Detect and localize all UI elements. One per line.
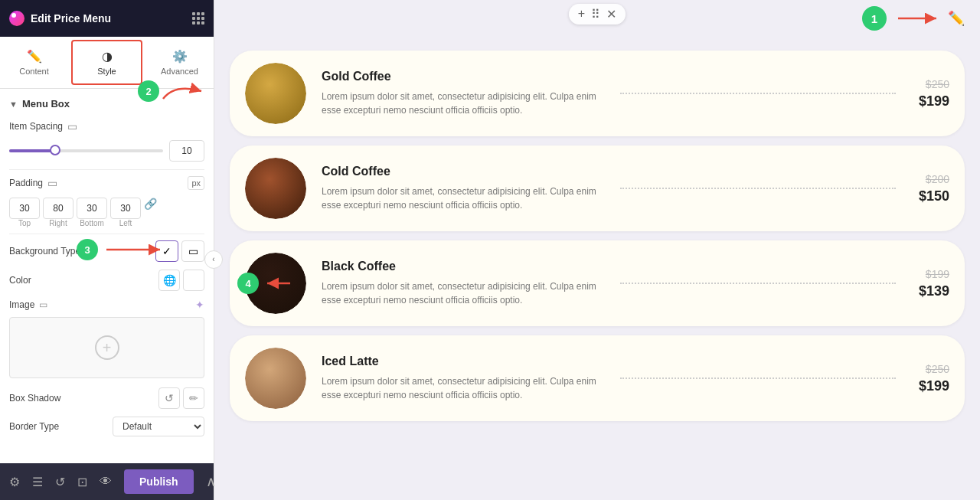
bg-btn-solid[interactable]: ✓ [155, 240, 178, 262]
bg-type-buttons: ✓ ▭ [155, 240, 204, 262]
menu-box-section-header: ▼ Menu Box [9, 98, 204, 109]
background-type-label: Background Type [9, 246, 80, 257]
slider-fill [9, 149, 55, 152]
image-magic-icon[interactable]: ✦ [195, 299, 204, 311]
iced-latte-desc: Lorem ipsum dolor sit amet, consectetur … [322, 374, 597, 402]
link-icon[interactable]: 🔗 [144, 198, 157, 219]
panel-header: Edit Price Menu [0, 0, 214, 37]
padding-labels: Top Right Bottom Left [9, 219, 204, 227]
black-coffee-name: Black Coffee [322, 260, 597, 273]
padding-left-input[interactable]: 30 [110, 198, 141, 219]
left-panel: Edit Price Menu ✏️ Content ◑ Style ⚙️ Ad… [0, 0, 214, 500]
cold-coffee-desc: Lorem ipsum dolor sit amet, consectetur … [322, 185, 597, 212]
border-type-label: Border Type [9, 421, 59, 432]
item-spacing-value[interactable]: 10 [169, 140, 204, 162]
tab-advanced[interactable]: ⚙️ Advanced [145, 37, 214, 88]
iced-latte-prices: $250 $199 [919, 363, 949, 394]
advanced-icon: ⚙️ [172, 49, 188, 64]
border-type-row: Border Type Default Solid Dashed Dotted … [9, 417, 204, 436]
item-spacing-slider-container: 10 [9, 140, 204, 162]
color-swatch[interactable] [183, 270, 204, 291]
item-spacing-row: Item Spacing ▭ [9, 120, 204, 132]
divider-1 [9, 169, 204, 170]
tab-style-label: Style [97, 67, 116, 76]
black-coffee-image [245, 253, 306, 314]
image-label-row: Image ▭ [9, 299, 47, 310]
grid-menu-icon[interactable] [192, 12, 204, 25]
box-shadow-row: Box Shadow ↺ ✏ [9, 387, 204, 409]
cold-coffee-img-placeholder [245, 158, 306, 219]
collapse-panel-btn[interactable]: ‹ [204, 250, 223, 269]
padding-inputs: 30 80 30 30 🔗 [9, 198, 204, 219]
tab-content-label: Content [19, 67, 49, 76]
gold-coffee-desc: Lorem ipsum dolor sit amet, consectetur … [322, 90, 597, 117]
history-icon[interactable]: ↺ [55, 475, 65, 489]
color-global-btn[interactable]: 🌐 [158, 270, 180, 291]
right-content: + ⠿ ✕ 1 ✏️ Gold Coffee Lorem ipsu [214, 0, 980, 500]
layers-icon[interactable]: ☰ [32, 475, 43, 489]
upload-plus-icon: + [95, 335, 119, 360]
divider-2 [9, 234, 204, 234]
padding-label-right: Right [43, 219, 74, 227]
section-toggle[interactable]: ▼ [9, 100, 18, 109]
add-btn[interactable]: + [578, 7, 585, 21]
padding-label-top: Top [9, 219, 40, 227]
gold-coffee-prices: $250 $199 [919, 78, 949, 109]
image-responsive-icon: ▭ [39, 299, 47, 310]
gold-coffee-price-new: $199 [919, 93, 949, 109]
padding-icon: ▭ [47, 177, 57, 189]
dotted-line-2 [620, 188, 896, 189]
padding-row-label: Padding ▭ px [9, 176, 204, 190]
black-coffee-text: Black Coffee Lorem ipsum dolor sit amet,… [322, 260, 597, 307]
item-spacing-icon: ▭ [67, 120, 77, 132]
box-shadow-label: Box Shadow [9, 393, 60, 404]
padding-right-input[interactable]: 80 [43, 198, 74, 219]
top-bar-center: + ⠿ ✕ [569, 4, 626, 25]
padding-label-bottom: Bottom [77, 219, 107, 227]
content-icon: ✏️ [27, 49, 42, 64]
header-left: Edit Price Menu [9, 11, 111, 26]
padding-bottom-input[interactable]: 30 [77, 198, 107, 219]
move-btn[interactable]: ⠿ [591, 7, 600, 21]
close-btn[interactable]: ✕ [606, 7, 616, 21]
border-type-select[interactable]: Default Solid Dashed Dotted Double None [113, 417, 204, 436]
dotted-line-1 [620, 93, 896, 94]
image-upload-area[interactable]: + [9, 317, 204, 378]
shadow-edit-btn[interactable]: ✏ [183, 387, 204, 409]
panel-content: ▼ Menu Box Item Spacing ▭ 10 Padding [0, 89, 214, 463]
top-bar: + ⠿ ✕ [214, 0, 980, 28]
iced-latte-image [245, 348, 306, 409]
iced-latte-price-new: $199 [919, 378, 949, 394]
black-coffee-desc: Lorem ipsum dolor sit amet, consectetur … [322, 279, 597, 307]
color-row: Color 🌐 [9, 270, 204, 291]
eye-icon[interactable]: 👁 [100, 475, 112, 489]
panel-bottom: ⚙ ☰ ↺ ⊡ 👁 Publish ∧ [0, 463, 214, 500]
slider-track[interactable] [9, 149, 163, 152]
slider-row: 10 [9, 140, 204, 162]
gold-coffee-text: Gold Coffee Lorem ipsum dolor sit amet, … [322, 70, 597, 117]
bg-btn-gradient[interactable]: ▭ [181, 240, 204, 262]
iced-latte-name: Iced Latte [322, 355, 597, 368]
logo [9, 11, 24, 26]
gold-coffee-price-old: $250 [926, 78, 949, 90]
tab-content[interactable]: ✏️ Content [0, 37, 68, 88]
slider-thumb[interactable] [50, 145, 60, 155]
cold-coffee-price-old: $200 [926, 173, 949, 185]
shadow-reset-btn[interactable]: ↺ [158, 387, 180, 409]
padding-top-input[interactable]: 30 [9, 198, 40, 219]
settings-icon[interactable]: ⚙ [9, 475, 20, 489]
cold-coffee-image [245, 158, 306, 219]
background-type-row: Background Type ✓ ▭ [9, 240, 204, 262]
menu-box-label: Menu Box [22, 98, 70, 109]
black-coffee-img-placeholder [245, 253, 306, 314]
responsive-icon[interactable]: ⊡ [77, 475, 87, 489]
menu-item-gold-coffee: Gold Coffee Lorem ipsum dolor sit amet, … [230, 51, 965, 136]
image-row: Image ▭ ✦ [9, 299, 204, 311]
dotted-line-3 [620, 283, 896, 284]
gold-coffee-img-placeholder [245, 63, 306, 124]
item-spacing-label: Item Spacing ▭ [9, 120, 77, 132]
tab-style[interactable]: ◑ Style [71, 40, 142, 85]
publish-button[interactable]: Publish [124, 469, 194, 494]
padding-unit[interactable]: px [188, 176, 204, 190]
dotted-line-4 [620, 377, 896, 379]
